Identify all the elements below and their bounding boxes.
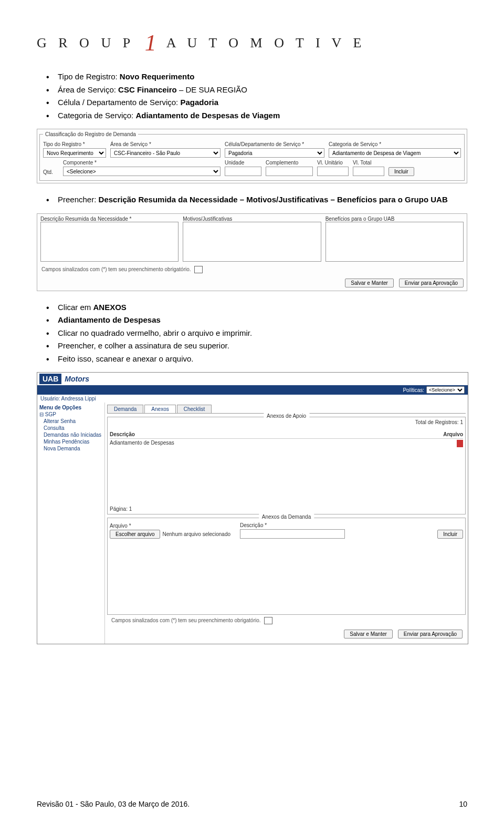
sidebar-item[interactable]: Demandas não Iniciadas xyxy=(44,432,102,438)
incluir-button[interactable]: Incluir xyxy=(388,167,414,176)
categoria-select[interactable]: Adiantamento de Despesa de Viagem xyxy=(329,148,461,158)
sidebar-item[interactable]: Consulta xyxy=(44,425,102,431)
list-item: Clicar em ANEXOS xyxy=(58,302,467,314)
print-icon xyxy=(194,266,203,273)
enviar-aprovacao-button[interactable]: Enviar para Aprovação xyxy=(398,630,463,638)
brand-logo: G R O U P 1 A U T O M O T I V E xyxy=(37,26,467,53)
print-icon xyxy=(264,617,272,624)
list-item: Tipo de Registro: Novo Requerimento xyxy=(58,71,467,83)
motivos-textarea[interactable] xyxy=(183,222,321,262)
vl-total-input[interactable] xyxy=(353,167,384,176)
enviar-aprovacao-button[interactable]: Enviar para Aprovação xyxy=(399,279,464,287)
page-footer: Revisão 01 - São Paulo, 03 de Março de 2… xyxy=(37,800,467,808)
footer-revision: Revisão 01 - São Paulo, 03 de Março de 2… xyxy=(37,800,190,808)
list-item: Categoria de Serviço: Adiantamento de De… xyxy=(58,110,467,122)
escolher-arquivo-button[interactable]: Escolher arquivo xyxy=(110,530,160,539)
list-item: Preencher, e colher a assinatura de seu … xyxy=(58,340,467,352)
page-number: 10 xyxy=(459,800,467,808)
list-item: Feito isso, scanear e anexar o arquivo. xyxy=(58,353,467,365)
bullet-list-3: Clicar em ANEXOS Adiantamento de Despesa… xyxy=(37,302,467,365)
beneficios-textarea[interactable] xyxy=(326,222,464,262)
sidebar-item[interactable]: Minhas Pendências xyxy=(44,439,102,445)
screenshot-uab: UABMotors Políticas: <Selecione> Usuário… xyxy=(37,372,468,644)
logo-one: 1 xyxy=(145,29,156,56)
screenshot-descricao: Descrição Resumida da Necessidade * Moti… xyxy=(37,213,467,291)
descricao-textarea[interactable] xyxy=(40,222,178,262)
vl-unitario-input[interactable] xyxy=(317,167,349,176)
bullet-list-2: Preencher: Descrição Resumida da Necessi… xyxy=(37,194,467,206)
sidebar-item[interactable]: Nova Demanda xyxy=(44,446,102,451)
tab-demanda[interactable]: Demanda xyxy=(107,405,143,413)
list-item: Célula / Departamento de Serviço: Pagado… xyxy=(58,97,467,109)
tipo-registro-select[interactable]: Novo Requerimento xyxy=(43,148,106,158)
logo-auto: A U T O M O T I V E xyxy=(166,35,366,50)
area-servico-select[interactable]: CSC-Financeiro - São Paulo xyxy=(110,148,220,158)
sidebar-item[interactable]: Alterar Senha xyxy=(44,418,102,424)
list-item: Área de Serviço: CSC Financeiro – DE SUA… xyxy=(58,84,467,96)
uab-logo: UABMotors xyxy=(37,373,94,385)
tab-checklist[interactable]: Checklist xyxy=(177,405,212,413)
incluir-anexo-button[interactable]: Incluir xyxy=(437,530,463,539)
salvar-manter-button[interactable]: Salvar e Manter xyxy=(344,630,393,638)
uab-topbar: Políticas: <Selecione> xyxy=(37,385,468,395)
celula-select[interactable]: Pagadoria xyxy=(225,148,324,158)
list-item: Clicar no quadrado vermelho, abrir o arq… xyxy=(58,327,467,339)
list-item: Adiantamento de Despesas xyxy=(58,314,467,326)
screenshot-classificacao: Classificação do Registro de Demanda Tip… xyxy=(37,129,467,183)
complemento-input[interactable] xyxy=(266,167,313,176)
bullet-list-1: Tipo de Registro: Novo Requerimento Área… xyxy=(37,71,467,121)
file-icon[interactable] xyxy=(457,440,463,447)
salvar-manter-button[interactable]: Salvar e Manter xyxy=(345,279,394,287)
politicas-select[interactable]: <Selecione> xyxy=(426,386,465,394)
list-item: Preencher: Descrição Resumida da Necessi… xyxy=(58,194,467,206)
tab-anexos[interactable]: Anexos xyxy=(144,405,175,413)
logo-group: G R O U P xyxy=(37,35,134,50)
componente-select[interactable]: <Selecione> xyxy=(63,167,220,176)
tree-root[interactable]: ⊟ SGP xyxy=(39,411,102,417)
fieldset-legend: Classificação do Registro de Demanda xyxy=(43,131,138,137)
unidade-input[interactable] xyxy=(225,167,261,176)
descricao-arquivo-input[interactable] xyxy=(240,529,345,539)
sidebar-menu: Menu de Opções ⊟ SGP Alterar Senha Consu… xyxy=(37,403,105,644)
